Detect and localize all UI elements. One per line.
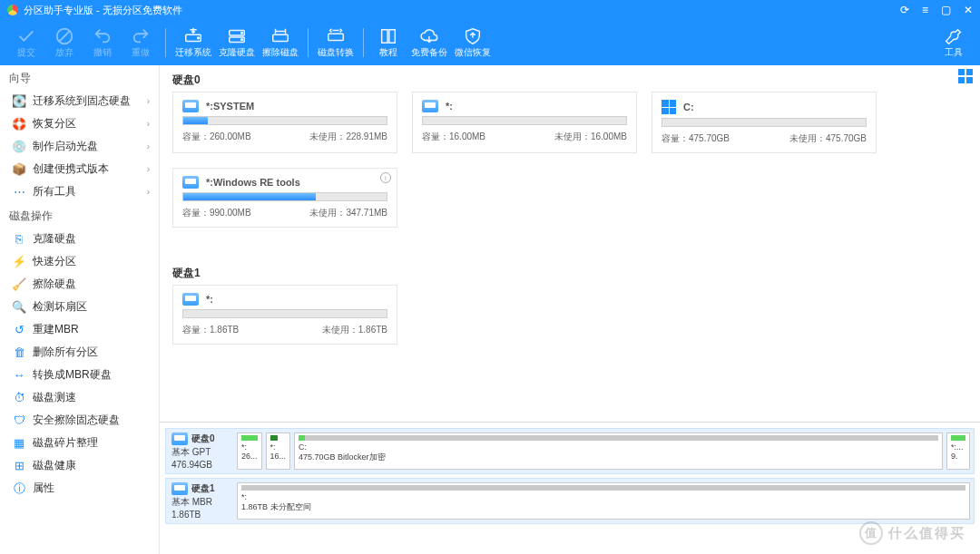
- partition-name: *:: [206, 294, 213, 305]
- partition-card[interactable]: i*:Windows RE tools容量：990.00MB未使用：347.71…: [172, 168, 397, 228]
- svg-line-1: [60, 32, 70, 42]
- free-backup-button[interactable]: 免费备份: [407, 26, 451, 59]
- sidebar-op-item-5[interactable]: 🗑删除所有分区: [0, 341, 159, 364]
- usage-bar: [422, 116, 627, 125]
- drive-icon: [172, 433, 188, 445]
- sidebar-wizard-item-2[interactable]: 💿制作启动光盘›: [0, 135, 159, 158]
- sidebar-item-icon: ⏱: [13, 392, 25, 404]
- segment-label: C:: [299, 442, 938, 452]
- sidebar-wizard-item-3[interactable]: 📦创建便携式版本›: [0, 158, 159, 180]
- wipe-disk-button[interactable]: 擦除磁盘: [259, 26, 302, 59]
- sidebar-item-icon: ↔: [13, 369, 25, 382]
- sidebar-op-item-6[interactable]: ↔转换成MBR硬盘: [0, 364, 159, 386]
- disk-map-view: 硬盘0基本 GPT476.94GB*:26...*:16...C:475.70G…: [160, 423, 980, 554]
- info-icon[interactable]: i: [380, 172, 391, 183]
- partition-view: 硬盘0*:SYSTEM容量：260.00MB未使用：228.91MB*:容量：1…: [160, 65, 980, 423]
- partition-name: C:: [683, 102, 694, 112]
- commit-button[interactable]: 提交: [7, 26, 45, 59]
- sidebar-op-item-4[interactable]: ↺重建MBR: [0, 318, 159, 341]
- watermark: 值 什么值得买: [859, 521, 965, 545]
- drive-icon: [172, 482, 188, 495]
- sidebar-item-label: 恢复分区: [33, 116, 76, 131]
- sidebar-item-icon: 🧹: [13, 278, 25, 291]
- unused-label: 未使用：228.91MB: [309, 131, 387, 143]
- diskmap-row-0[interactable]: 硬盘0基本 GPT476.94GB*:26...*:16...C:475.70G…: [165, 428, 975, 474]
- diskmap-row-1[interactable]: 硬盘1基本 MBR1.86TB*:1.86TB 未分配空间: [165, 478, 975, 524]
- tutorial-button[interactable]: 教程: [369, 26, 407, 59]
- sidebar-wizard-item-0[interactable]: 💽迁移系统到固态硬盘›: [0, 90, 159, 112]
- svg-point-6: [241, 32, 243, 34]
- tools-button[interactable]: 工具: [935, 26, 973, 59]
- partition-name: *:SYSTEM: [206, 101, 254, 112]
- unused-label: 未使用：475.70GB: [789, 132, 867, 145]
- view-toggle-grid-icon[interactable]: [958, 69, 973, 83]
- segment-detail: 16...: [270, 452, 287, 461]
- sidebar-item-label: 检测坏扇区: [33, 299, 87, 315]
- watermark-badge-icon: 值: [859, 521, 883, 545]
- diskmap-segment[interactable]: *:...9.: [946, 433, 970, 470]
- partition-card[interactable]: *:SYSTEM容量：260.00MB未使用：228.91MB: [172, 92, 397, 153]
- refresh-icon[interactable]: ⟳: [900, 4, 909, 16]
- diskmap-segment[interactable]: C:475.70GB Bitlocker加密: [294, 433, 943, 470]
- maximize-icon[interactable]: ▢: [941, 4, 951, 16]
- close-icon[interactable]: ✕: [964, 4, 973, 16]
- sidebar-item-label: 删除所有分区: [33, 345, 98, 360]
- usage-bar: [182, 192, 387, 201]
- sidebar-op-item-9[interactable]: ▦磁盘碎片整理: [0, 432, 159, 454]
- diskmap-segment[interactable]: *:1.86TB 未分配空间: [237, 482, 970, 520]
- menu-icon[interactable]: ≡: [922, 4, 928, 16]
- discard-icon: [54, 26, 74, 46]
- discard-button[interactable]: 放弃: [45, 26, 83, 59]
- partition-name: *:Windows RE tools: [206, 177, 300, 188]
- diskmap-name: 硬盘1: [191, 482, 215, 495]
- partition-card[interactable]: *:容量：16.00MB未使用：16.00MB: [412, 92, 637, 153]
- sidebar-wizard-item-4[interactable]: ⋯所有工具›: [0, 180, 159, 203]
- capacity-label: 容量：1.86TB: [182, 324, 239, 336]
- sidebar-item-label: 安全擦除固态硬盘: [33, 413, 120, 428]
- segment-detail: 1.86TB 未分配空间: [241, 501, 965, 513]
- drives-icon: [227, 26, 247, 46]
- sidebar-wizard-item-1[interactable]: 🛟恢复分区›: [0, 112, 159, 135]
- undo-button[interactable]: 撤销: [83, 26, 122, 59]
- sidebar-op-item-2[interactable]: 🧹擦除硬盘: [0, 273, 159, 296]
- app-logo-icon: [7, 5, 18, 15]
- sidebar-op-item-3[interactable]: 🔍检测坏扇区: [0, 296, 159, 318]
- partition-card[interactable]: *:容量：1.86TB未使用：1.86TB: [172, 285, 397, 345]
- capacity-label: 容量：475.70GB: [662, 132, 730, 145]
- svg-rect-12: [328, 34, 344, 40]
- book-icon: [378, 26, 398, 46]
- sidebar-item-icon: ⚡: [13, 256, 25, 268]
- sidebar-op-item-10[interactable]: ⊞磁盘健康: [0, 454, 159, 477]
- main-toolbar: 提交 放弃 撤销 重做 迁移系统 克隆硬盘 擦除磁盘 磁盘转换 教程 免费备份 …: [0, 20, 980, 65]
- redo-button[interactable]: 重做: [122, 26, 160, 59]
- undo-icon: [93, 26, 113, 46]
- sidebar-op-item-8[interactable]: 🛡安全擦除固态硬盘: [0, 409, 159, 432]
- sidebar-item-label: 所有工具: [33, 184, 76, 199]
- sidebar-item-label: 磁盘测速: [33, 390, 76, 405]
- sidebar-op-item-7[interactable]: ⏱磁盘测速: [0, 386, 159, 409]
- sidebar-item-icon: ▦: [13, 437, 25, 450]
- partition-card[interactable]: C:容量：475.70GB未使用：475.70GB: [652, 92, 877, 153]
- migrate-os-button[interactable]: 迁移系统: [172, 26, 215, 59]
- capacity-label: 容量：260.00MB: [182, 131, 251, 143]
- wechat-restore-button[interactable]: 微信恢复: [451, 26, 495, 59]
- unused-label: 未使用：16.00MB: [554, 131, 627, 143]
- svg-rect-8: [273, 34, 289, 41]
- diskmap-segment[interactable]: *:16...: [266, 433, 291, 470]
- sidebar-item-label: 制作启动光盘: [33, 139, 98, 154]
- segment-label: *:: [241, 442, 258, 452]
- sidebar-op-item-11[interactable]: ⓘ属性: [0, 477, 159, 500]
- sidebar-item-icon: ⎘: [13, 233, 25, 246]
- segment-detail: 9.: [951, 452, 965, 461]
- sidebar-item-label: 迁移系统到固态硬盘: [33, 93, 131, 109]
- sidebar-op-item-1[interactable]: ⚡快速分区: [0, 250, 159, 273]
- svg-point-7: [241, 39, 243, 41]
- sidebar-op-item-0[interactable]: ⎘克隆硬盘: [0, 228, 159, 250]
- diskmap-type: 基本 GPT: [172, 446, 211, 459]
- diskmap-segment[interactable]: *:26...: [237, 433, 262, 470]
- disk-convert-button[interactable]: 磁盘转换: [314, 26, 358, 59]
- clone-disk-button[interactable]: 克隆硬盘: [215, 26, 259, 59]
- watermark-text: 什么值得买: [888, 525, 965, 542]
- sidebar-item-icon: 💽: [13, 95, 25, 108]
- svg-point-3: [198, 37, 200, 39]
